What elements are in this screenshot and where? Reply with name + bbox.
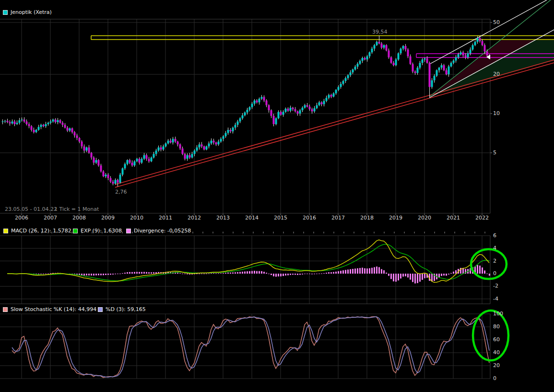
macd-histogram-bar [462, 268, 464, 274]
macd-histogram-bar [201, 274, 202, 274]
macd-histogram-bar [93, 274, 94, 276]
macd-histogram-bar [124, 273, 126, 274]
candle-body [333, 93, 335, 97]
macd-histogram-bar [143, 272, 145, 274]
candle-body [388, 50, 390, 57]
candle-body [160, 148, 162, 150]
macd-histogram-bar [321, 274, 322, 274]
candle-body [467, 53, 469, 57]
candle-body [266, 101, 268, 105]
candle-body [115, 180, 117, 184]
candle-body [26, 121, 28, 124]
candle-body [443, 65, 445, 70]
macd-histogram-bar [129, 272, 130, 274]
candle-body [21, 119, 23, 120]
macd-histogram-bar [40, 274, 42, 274]
macd-histogram-bar [91, 274, 92, 276]
candle-body [191, 154, 193, 157]
candle-body [338, 87, 340, 90]
macd-histogram-bar [378, 267, 380, 274]
candle-body [482, 41, 483, 46]
macd-histogram-bar [218, 273, 219, 274]
stoch-d-swatch-icon [98, 307, 103, 312]
stoch-tick-label: 80 [493, 323, 500, 330]
macd-histogram-bar [235, 272, 236, 274]
candle-body [302, 108, 304, 110]
macd-histogram-bar [239, 272, 241, 274]
candle-body [170, 140, 172, 142]
macd-histogram-bar [88, 274, 90, 276]
macd-histogram-bar [261, 271, 262, 274]
candle-body [422, 59, 424, 63]
divergence-legend-label: Divergence: -0,05258 [134, 228, 191, 234]
candle-body [479, 38, 481, 41]
candle-body [386, 45, 388, 50]
macd-histogram-bar [141, 272, 142, 274]
candle-body [441, 65, 443, 68]
candle-body [33, 130, 35, 132]
macd-histogram-bar [412, 274, 413, 282]
macd-histogram-bar [134, 272, 135, 274]
candle-body [119, 174, 121, 183]
macd-histogram-bar [247, 271, 248, 274]
macd-histogram-bar [254, 271, 255, 274]
macd-histogram-bar [366, 268, 368, 274]
candle-body [287, 109, 289, 111]
resistance-zone-yellow [91, 36, 554, 40]
candle-body [225, 133, 227, 136]
candle-body [187, 155, 189, 159]
year-label: 2007 [44, 215, 57, 221]
candle-body [223, 136, 224, 138]
candle-body [383, 45, 385, 47]
candle-body [100, 165, 102, 171]
candle-body [124, 164, 126, 168]
candle-body [407, 49, 409, 56]
macd-histogram-bar [182, 274, 183, 274]
candle-body [213, 140, 215, 142]
macd-tick-label: -2 [493, 283, 498, 289]
macd-histogram-bar [148, 272, 150, 274]
candle-body [76, 136, 78, 138]
candle-body [306, 105, 308, 106]
macd-histogram-bar [345, 270, 346, 274]
macd-histogram-bar [395, 274, 397, 282]
candle-body [412, 64, 414, 72]
candle-body [436, 70, 438, 76]
candle-body [309, 107, 311, 109]
macd-histogram-bar [100, 274, 102, 275]
macd-histogram-bar [110, 274, 111, 275]
candle-body [364, 58, 366, 59]
candle-body [24, 119, 25, 121]
macd-histogram-bar [211, 273, 212, 274]
candle-body [230, 130, 232, 131]
candle-body [470, 49, 471, 53]
candle-body [201, 144, 203, 146]
candle-body [419, 63, 421, 68]
candle-body [292, 108, 294, 109]
macd-histogram-bar [122, 273, 123, 274]
macd-histogram-bar [398, 274, 399, 280]
candle-body [127, 160, 129, 164]
macd-histogram-bar [318, 274, 320, 274]
candle-body [196, 148, 198, 151]
candle-body [79, 138, 81, 142]
candle-body [273, 116, 275, 124]
macd-legend-item: MACD (26, 12): 1,5782 [3, 228, 71, 234]
year-label: 2006 [15, 215, 28, 221]
macd-histogram-bar [278, 274, 279, 277]
candle-body [69, 128, 71, 131]
candle-body [295, 109, 296, 111]
stoch-tick-label: 20 [493, 362, 500, 369]
macd-histogram-bar [280, 274, 282, 277]
candle-body [62, 123, 64, 125]
candle-body [330, 95, 332, 96]
candle-body [155, 150, 157, 154]
candle-body [275, 118, 277, 124]
macd-histogram-bar [410, 274, 411, 280]
macd-histogram-bar [441, 274, 442, 276]
macd-histogram-bar [292, 274, 294, 275]
candle-body [134, 161, 136, 166]
year-label: 2019 [389, 215, 402, 221]
candle-body [477, 38, 479, 42]
candle-body [172, 139, 174, 143]
